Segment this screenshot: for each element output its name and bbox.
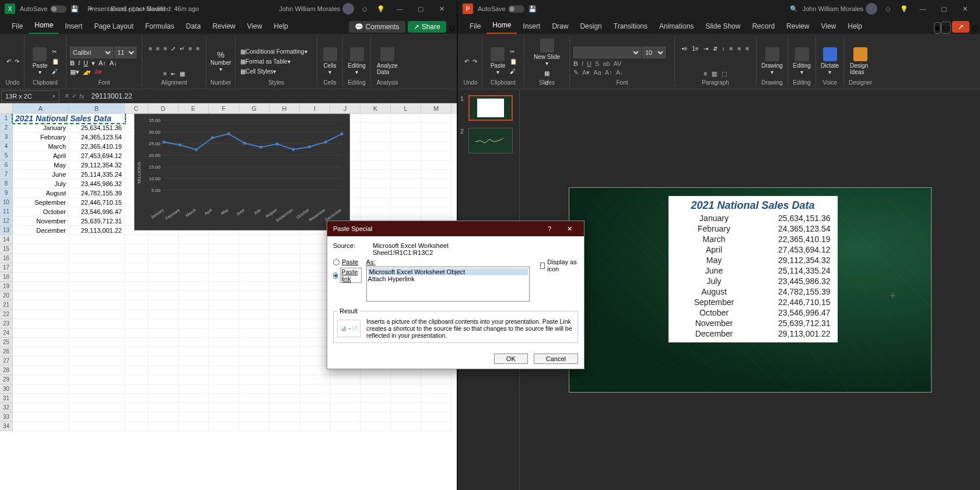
name-box[interactable]: 13R x 2C (1, 90, 60, 102)
row-head[interactable]: 25 (0, 338, 13, 347)
cell[interactable] (270, 291, 300, 300)
cell[interactable]: 25,639,712.31 (69, 216, 125, 226)
cell[interactable] (69, 310, 125, 319)
cell[interactable] (270, 403, 300, 412)
smiley-icon[interactable]: ☺ (971, 23, 980, 34)
row-head[interactable]: 27 (0, 356, 13, 366)
cell[interactable] (125, 291, 148, 300)
cell[interactable]: July (13, 179, 69, 188)
align-bot-icon[interactable]: ≡ (163, 44, 169, 53)
row-head[interactable]: 2 (0, 123, 13, 132)
cell[interactable] (209, 422, 239, 431)
cell[interactable]: September (13, 198, 69, 207)
cell[interactable] (300, 366, 330, 375)
cell[interactable] (300, 347, 330, 356)
cell[interactable] (209, 384, 239, 394)
cell[interactable] (148, 235, 178, 244)
ok-button[interactable]: OK (494, 354, 528, 364)
cell[interactable] (239, 319, 270, 328)
cell[interactable] (239, 366, 270, 375)
cell[interactable] (421, 151, 452, 160)
editing-button[interactable]: Editing▾ (345, 46, 368, 76)
orientation-icon[interactable]: ⤢ (170, 44, 177, 53)
row-head[interactable]: 14 (0, 235, 13, 244)
cell[interactable] (391, 170, 421, 179)
cell[interactable] (391, 375, 421, 384)
col-head-L[interactable]: L (391, 103, 421, 114)
row-head[interactable]: 16 (0, 254, 13, 263)
number-format-button[interactable]: %Number▾ (208, 49, 234, 74)
cell[interactable] (270, 412, 300, 422)
bold-icon[interactable]: B (70, 60, 75, 67)
close-button[interactable]: ✕ (954, 2, 975, 16)
cell[interactable] (239, 282, 270, 291)
tab-view[interactable]: View (242, 19, 268, 34)
cell[interactable] (178, 375, 209, 384)
cell[interactable] (69, 291, 125, 300)
tab-design[interactable]: Design (574, 19, 607, 34)
row-head[interactable]: 24 (0, 328, 13, 338)
cell[interactable] (148, 244, 178, 254)
cell[interactable] (13, 347, 69, 356)
cell[interactable] (178, 338, 209, 347)
slide-thumb-2[interactable]: 2 (460, 128, 517, 153)
cell[interactable] (330, 394, 360, 403)
cell[interactable] (125, 254, 148, 263)
font-name-select[interactable]: Calibri (70, 47, 113, 58)
align-right-icon[interactable]: ≡ (744, 44, 750, 53)
merge-icon[interactable]: ▦ (178, 69, 186, 78)
row-head[interactable]: 13 (0, 226, 13, 235)
user-avatar[interactable] (342, 3, 354, 15)
embedded-chart[interactable]: MILLIONS 5.0010.0015.0020.0025.0030.0035… (134, 114, 350, 230)
row-head[interactable]: 5 (0, 151, 13, 160)
cell[interactable] (300, 412, 330, 422)
cell[interactable]: 29,112,354.32 (69, 160, 125, 170)
cell[interactable]: June (13, 170, 69, 179)
row-head[interactable]: 1 (0, 114, 13, 123)
cell[interactable] (270, 384, 300, 394)
cell[interactable] (421, 375, 452, 384)
cell[interactable] (270, 282, 300, 291)
cell[interactable] (360, 179, 391, 188)
maximize-button[interactable]: ▢ (410, 2, 431, 16)
smartart-icon[interactable]: ⬚ (720, 69, 728, 78)
cell[interactable] (300, 338, 330, 347)
cell[interactable] (391, 394, 421, 403)
align-right-icon[interactable]: ≡ (162, 69, 168, 78)
tab-review[interactable]: Review (780, 19, 815, 34)
cell[interactable] (360, 375, 391, 384)
cell[interactable] (360, 422, 391, 431)
editing-button[interactable]: Editing▾ (790, 46, 813, 76)
cell[interactable] (300, 394, 330, 403)
cell[interactable] (270, 254, 300, 263)
user-avatar[interactable] (866, 3, 877, 15)
cell[interactable] (125, 300, 148, 310)
row-head[interactable]: 7 (0, 170, 13, 179)
cell[interactable] (13, 263, 69, 272)
cell[interactable] (125, 356, 148, 366)
cell[interactable] (13, 291, 69, 300)
cell[interactable] (13, 422, 69, 431)
cell[interactable]: 23,445,986.32 (69, 179, 125, 188)
cell[interactable] (300, 235, 330, 244)
cell[interactable] (270, 272, 300, 282)
tab-file[interactable]: File (6, 19, 29, 34)
cell[interactable] (239, 412, 270, 422)
tab-help[interactable]: Help (268, 19, 294, 34)
numbering-icon[interactable]: 1≡ (691, 44, 699, 53)
font-name-select[interactable] (573, 47, 641, 58)
pasted-table-object[interactable]: 2021 National Sales Data January25,634,1… (668, 196, 838, 342)
cell[interactable] (300, 384, 330, 394)
cell[interactable] (13, 244, 69, 254)
cell[interactable] (421, 207, 452, 216)
cell[interactable] (13, 394, 69, 403)
row-head[interactable]: 10 (0, 198, 13, 207)
cell[interactable] (125, 403, 148, 412)
cell[interactable] (300, 291, 330, 300)
tab-draw[interactable]: Draw (546, 19, 574, 34)
cell[interactable] (360, 384, 391, 394)
cell[interactable] (125, 338, 148, 347)
cell[interactable] (178, 244, 209, 254)
cell[interactable] (148, 291, 178, 300)
cell[interactable] (209, 282, 239, 291)
